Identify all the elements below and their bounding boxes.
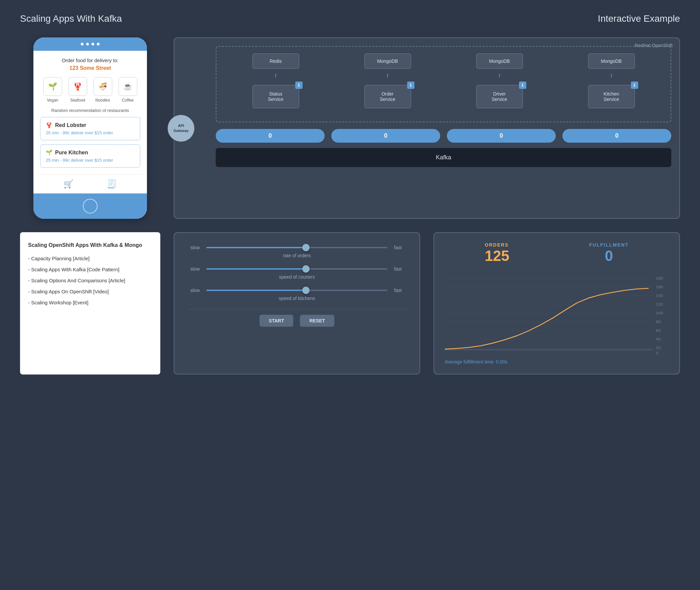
- link-scaling-openshift[interactable]: - Scaling Apps On OpenShift [Video]: [28, 289, 152, 294]
- status-service-badge: 1: [295, 82, 303, 89]
- restaurant-icon-1: 🦞: [46, 122, 52, 128]
- kafka-bar: Kafka: [216, 148, 671, 167]
- driver-service-badge: 1: [519, 82, 526, 89]
- api-gateway: APIGateway: [168, 115, 194, 142]
- driver-service-container: DriverService 1: [476, 85, 523, 108]
- arrow-mongo1: ↕: [386, 72, 389, 78]
- restaurant-name-2: 🌱 Pure Kitchen: [46, 149, 135, 156]
- svg-text:180: 180: [656, 276, 663, 281]
- category-noodles[interactable]: 🍜 Noodles: [94, 77, 112, 103]
- svg-text:60: 60: [656, 328, 661, 333]
- orders-slider-caption: rate of orders: [188, 253, 406, 258]
- kitchens-slider-fill: [206, 290, 306, 291]
- phone-mockup: Order food for delivery to: 123 Some Str…: [33, 37, 147, 219]
- category-coffee[interactable]: ☕ Coffee: [119, 77, 137, 103]
- phone-dot-1: [81, 43, 84, 45]
- couriers-slider-thumb[interactable]: [302, 265, 310, 273]
- kitchen-service-container: KitchenService 1: [588, 85, 635, 108]
- recommendation-text: Random recommendation of restaurants: [40, 108, 140, 113]
- noodles-icon: 🍜: [94, 77, 112, 96]
- phone-footer: 🛒 🧾: [33, 174, 147, 193]
- couriers-slider-fill: [206, 268, 306, 270]
- kitchens-fast-label: fast: [394, 288, 406, 293]
- services-row: StatusService 1 OrderService 1 DriverSer…: [223, 85, 664, 108]
- arrow-redis: ↕: [274, 72, 277, 78]
- order-service-container: OrderService 1: [364, 85, 411, 108]
- queue-counter-2: 0: [331, 129, 440, 143]
- svg-text:160: 160: [656, 285, 663, 289]
- links-title: Scaling OpenShift Apps With Kafka & Mong…: [28, 241, 152, 249]
- start-button[interactable]: START: [259, 315, 294, 327]
- bottom-grid: Scaling OpenShift Apps With Kafka & Mong…: [20, 232, 680, 375]
- couriers-slow-label: slow: [188, 266, 200, 272]
- orders-metric-label: ORDERS: [485, 242, 509, 248]
- category-vegan[interactable]: 🌱 Vegan: [43, 77, 62, 103]
- queue-row: 0 0 0 0: [216, 129, 671, 143]
- restaurant-card-1[interactable]: 🦞 Red Lobster 25 min - 99c deliver over …: [40, 117, 140, 140]
- link-capacity-planning[interactable]: - Capacity Planning [Article]: [28, 256, 152, 261]
- chart-header: ORDERS 125 FULFILLMENT 0: [445, 242, 669, 264]
- controls-buttons: START RESET: [188, 309, 406, 327]
- architecture-diagram: RedHat OpenShift APIGateway Redis ↕ Mong…: [174, 37, 680, 219]
- arrow-mongo2: ↕: [498, 72, 501, 78]
- kitchens-slider-track[interactable]: [206, 290, 387, 291]
- db-row: Redis ↕ MongoDB ↕ MongoDB ↕ MongoDB ↕: [223, 54, 664, 78]
- orders-slider-track[interactable]: [206, 247, 387, 248]
- phone-dots: [81, 43, 100, 45]
- svg-text:0: 0: [656, 351, 659, 356]
- svg-text:100: 100: [656, 311, 663, 315]
- category-seafood[interactable]: 🦞 Seafood: [69, 77, 87, 103]
- chart-area: 180 160 140 120 100 80 60 40 20 0: [445, 270, 669, 357]
- link-scaling-kafka[interactable]: - Scaling Apps With Kafka [Code Pattern]: [28, 267, 152, 272]
- seafood-icon: 🦞: [69, 77, 87, 96]
- api-gateway-label: APIGateway: [173, 123, 188, 133]
- queue-counter-4: 0: [562, 129, 671, 143]
- orders-slow-label: slow: [188, 245, 200, 250]
- controls-panel: slow fast rate of orders slow fast speed…: [174, 232, 420, 375]
- link-scaling-workshop[interactable]: - Scaling Workshop [Event]: [28, 300, 152, 305]
- cart-icon[interactable]: 🛒: [64, 179, 74, 189]
- queue-counter-3: 0: [447, 129, 556, 143]
- driver-service: DriverService: [476, 85, 523, 108]
- phone-dot-3: [92, 43, 94, 45]
- orders-metric: ORDERS 125: [485, 242, 509, 264]
- orders-slider-thumb[interactable]: [302, 244, 310, 251]
- redis-db: Redis: [252, 54, 299, 69]
- noodles-label: Noodles: [95, 98, 110, 103]
- order-service: OrderService: [364, 85, 411, 108]
- home-button[interactable]: [83, 199, 98, 213]
- order-service-wrapper: OrderService 1: [335, 85, 440, 108]
- mongodb1-wrapper: MongoDB ↕: [335, 54, 440, 78]
- kitchen-service-badge: 1: [631, 82, 638, 89]
- couriers-slider-track[interactable]: [206, 268, 387, 270]
- mongodb-3: MongoDB: [588, 54, 635, 69]
- status-service-container: StatusService 1: [252, 85, 299, 108]
- status-service: StatusService: [252, 85, 299, 108]
- restaurant-info-1: 25 min - 99c deliver over $15 order: [46, 130, 135, 135]
- orders-fast-label: fast: [394, 245, 406, 250]
- links-panel: Scaling OpenShift Apps With Kafka & Mong…: [20, 232, 160, 375]
- kitchens-slider-thumb[interactable]: [302, 287, 310, 294]
- phone-bottom: [33, 193, 147, 219]
- phone-header: [33, 37, 147, 51]
- vegan-icon: 🌱: [43, 77, 62, 96]
- link-scaling-options[interactable]: - Scaling Options And Comparisons [Artic…: [28, 278, 152, 283]
- couriers-slider-caption: speed of couriers: [188, 274, 406, 280]
- delivery-address: 123 Some Street: [40, 65, 140, 71]
- reset-button[interactable]: RESET: [300, 315, 334, 327]
- page-header: Scaling Apps With Kafka Interactive Exam…: [20, 13, 680, 24]
- receipt-icon[interactable]: 🧾: [107, 179, 117, 189]
- phone-dot-4: [97, 43, 100, 45]
- restaurant-card-2[interactable]: 🌱 Pure Kitchen 25 min - 99c deliver over…: [40, 144, 140, 168]
- restaurant-list: 🦞 Red Lobster 25 min - 99c deliver over …: [40, 117, 140, 168]
- status-service-wrapper: StatusService 1: [223, 85, 328, 108]
- food-categories: 🌱 Vegan 🦞 Seafood 🍜 Noodles ☕ Coffee: [40, 77, 140, 103]
- coffee-label: Coffee: [122, 98, 134, 103]
- restaurant-icon-2: 🌱: [46, 149, 52, 156]
- phone-container: Order food for delivery to: 123 Some Str…: [20, 37, 160, 219]
- restaurant-info-2: 25 min - 99c deliver over $15 order: [46, 158, 135, 163]
- main-grid: Order food for delivery to: 123 Some Str…: [20, 37, 680, 375]
- phone-body: Order food for delivery to: 123 Some Str…: [33, 51, 147, 174]
- mongodb-1: MongoDB: [364, 54, 411, 69]
- vegan-label: Vegan: [47, 98, 58, 103]
